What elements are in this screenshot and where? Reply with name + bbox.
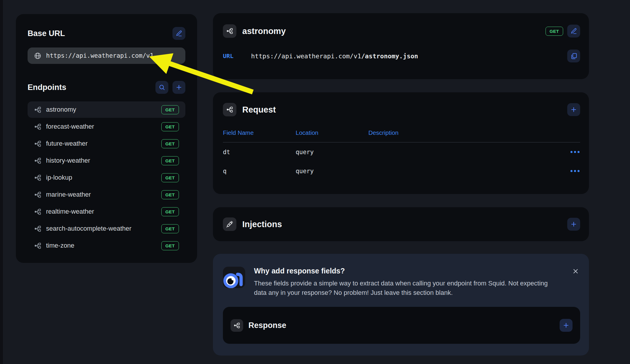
page-left-gutter xyxy=(0,0,3,364)
method-badge: GET xyxy=(161,190,179,199)
info-title: Why add response fields? xyxy=(254,267,550,275)
plus-icon xyxy=(570,221,577,228)
base-url-field-wrap xyxy=(28,47,185,64)
endpoint-detail-panel: astronomy GET URL https://api.weatherapi… xyxy=(213,13,589,356)
globe-icon xyxy=(34,52,41,59)
endpoint-label: forecast-weather xyxy=(46,123,94,130)
plus-icon xyxy=(175,84,182,91)
endpoint-label: realtime-weather xyxy=(46,208,94,215)
method-badge: GET xyxy=(161,105,179,114)
add-injection-button[interactable] xyxy=(567,218,580,231)
column-header-description: Description xyxy=(368,129,580,136)
endpoint-item-astronomy[interactable]: astronomy GET xyxy=(28,101,185,118)
field-name-cell: dt xyxy=(223,149,296,156)
request-icon-chip xyxy=(223,103,236,116)
info-body: These fields provide a simple way to ext… xyxy=(254,279,550,297)
pencil-icon xyxy=(175,30,182,37)
method-badge: GET xyxy=(161,139,179,148)
search-endpoints-button[interactable] xyxy=(155,81,168,94)
injections-title: Injections xyxy=(242,220,282,229)
sidebar-panel: Base URL Endpoints xyxy=(16,14,197,263)
table-row: q query xyxy=(223,161,580,181)
method-badge: GET xyxy=(161,224,179,233)
endpoint-label: future-weather xyxy=(46,140,88,147)
syringe-icon xyxy=(226,221,233,228)
row-menu-button[interactable] xyxy=(570,149,580,155)
add-response-field-button[interactable] xyxy=(560,319,573,332)
copy-icon xyxy=(570,52,578,60)
search-icon xyxy=(158,84,165,91)
pencil-icon xyxy=(570,28,577,35)
method-badge: GET xyxy=(161,122,179,131)
edit-base-url-button[interactable] xyxy=(172,27,185,40)
copy-url-button[interactable] xyxy=(567,50,580,62)
endpoint-label: ip-lookup xyxy=(46,174,72,181)
endpoint-name-title: astronomy xyxy=(242,26,286,36)
endpoint-icon xyxy=(34,140,41,147)
column-header-field-name: Field Name xyxy=(223,129,296,136)
base-url-input[interactable] xyxy=(46,52,179,59)
endpoint-label: marine-weather xyxy=(46,191,91,198)
column-header-location: Location xyxy=(296,129,368,136)
response-card: Response xyxy=(223,307,580,344)
endpoint-icon xyxy=(34,208,41,215)
endpoint-icon xyxy=(34,225,41,232)
endpoint-icon xyxy=(34,157,41,164)
endpoint-label: search-autocomplete-weather xyxy=(46,225,131,232)
endpoint-url-value: https://api.weatherapi.com/v1/astronomy.… xyxy=(251,52,418,60)
method-badge: GET xyxy=(161,207,179,216)
method-badge: GET xyxy=(161,173,179,182)
add-endpoint-button[interactable] xyxy=(172,81,185,94)
method-badge: GET xyxy=(161,241,179,250)
add-request-field-button[interactable] xyxy=(567,103,580,116)
endpoints-title: Endpoints xyxy=(28,83,66,92)
endpoint-item-realtime-weather[interactable]: realtime-weather GET xyxy=(28,203,185,220)
request-title: Request xyxy=(242,105,276,115)
request-fields-table: Field Name Location Description dt query… xyxy=(223,129,580,181)
plus-icon xyxy=(563,322,570,329)
endpoint-label: history-weather xyxy=(46,157,90,164)
base-url-title: Base URL xyxy=(28,29,65,38)
table-row: dt query xyxy=(223,142,580,161)
endpoint-item-marine-weather[interactable]: marine-weather GET xyxy=(28,186,185,203)
url-label: URL xyxy=(223,52,251,59)
field-name-cell: q xyxy=(223,168,296,175)
close-icon xyxy=(572,268,579,275)
endpoint-item-search-autocomplete-weather[interactable]: search-autocomplete-weather GET xyxy=(28,220,185,237)
endpoint-icon xyxy=(34,191,41,198)
endpoint-label: time-zone xyxy=(46,242,74,249)
location-cell: query xyxy=(296,149,368,156)
endpoint-icon-chip xyxy=(223,24,236,38)
endpoint-icon xyxy=(34,174,41,181)
plus-icon xyxy=(570,106,577,113)
endpoint-list: astronomy GET forecast-weather GET xyxy=(28,101,185,254)
method-badge: GET xyxy=(546,27,563,36)
endpoint-header-card: astronomy GET URL https://api.weatherapi… xyxy=(213,13,589,79)
endpoint-label: astronomy xyxy=(46,106,76,113)
endpoint-item-future-weather[interactable]: future-weather GET xyxy=(28,135,185,152)
location-cell: query xyxy=(296,168,368,175)
response-title: Response xyxy=(248,321,286,330)
endpoint-item-history-weather[interactable]: history-weather GET xyxy=(28,152,185,169)
close-info-button[interactable] xyxy=(571,267,580,276)
squid-logo xyxy=(223,267,245,288)
row-menu-button[interactable] xyxy=(570,168,580,174)
endpoint-item-ip-lookup[interactable]: ip-lookup GET xyxy=(28,169,185,186)
syringe-icon-chip xyxy=(223,217,236,231)
endpoint-icon xyxy=(34,242,41,249)
response-info-card: Why add response fields? These fields pr… xyxy=(213,254,589,356)
injections-card: Injections xyxy=(213,207,589,241)
edit-endpoint-button[interactable] xyxy=(567,25,580,38)
endpoint-icon xyxy=(34,123,41,130)
endpoint-item-forecast-weather[interactable]: forecast-weather GET xyxy=(28,118,185,135)
response-icon-chip xyxy=(231,319,243,332)
request-card: Request Field Name Location Description … xyxy=(213,92,589,194)
endpoint-item-time-zone[interactable]: time-zone GET xyxy=(28,237,185,254)
endpoint-icon xyxy=(34,106,41,113)
method-badge: GET xyxy=(161,156,179,165)
